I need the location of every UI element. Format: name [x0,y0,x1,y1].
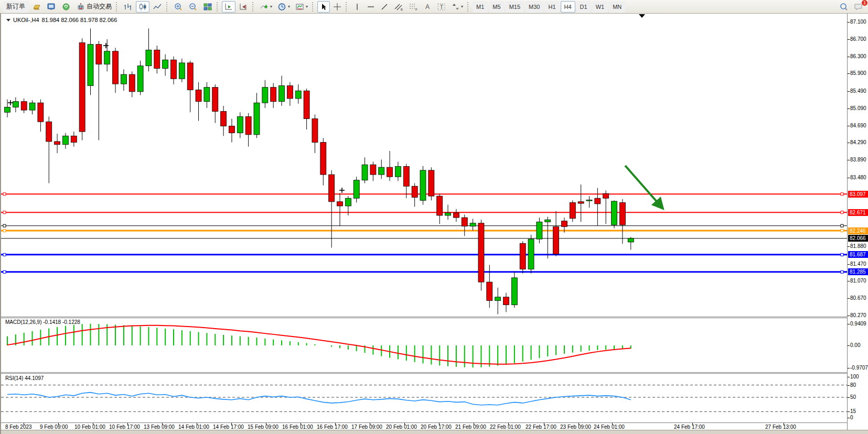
bar-chart-button[interactable] [121,1,135,13]
cross-marker[interactable] [8,100,13,105]
cross-marker[interactable] [339,188,345,193]
price-axis[interactable]: 87.10086.70086.30085.90085.49085.09084.6… [847,14,868,430]
price-tick: 80.270 [850,312,866,318]
channel-button[interactable]: E [392,1,405,13]
new-order-button[interactable]: 新订单 [3,1,29,13]
candle [5,100,10,117]
timeframe-w1[interactable]: W1 [592,1,608,13]
svg-text:A: A [425,3,430,10]
trendline-button[interactable] [378,1,391,13]
svg-text:E: E [401,8,403,11]
zoom-in-button[interactable] [172,1,185,13]
tile-windows-button[interactable] [201,1,215,13]
candle [113,48,119,93]
timeframe-m1[interactable]: M1 [473,1,488,13]
candle [537,218,542,243]
price-chart-canvas[interactable] [1,14,847,317]
chart-shift-button[interactable] [237,1,250,13]
toolbar-grip[interactable] [252,2,255,12]
candle [287,82,293,106]
auto-trading-button[interactable]: 自动交易 [74,1,114,13]
price-tick: 86.300 [850,53,866,59]
candle [221,106,227,136]
time-label: 10 Feb 01:00 [74,424,105,430]
candle [528,235,534,274]
gold-ingot-button[interactable] [30,1,44,13]
time-label: 17 Feb 09:00 [351,424,382,430]
price-tick: 87.100 [850,19,866,25]
candle [353,177,359,202]
time-label: 20 Feb 01:00 [386,424,417,430]
candlestick-chart-button[interactable] [136,1,149,13]
time-label: 27 Feb 13:00 [765,424,796,430]
timeframe-mn[interactable]: MN [609,1,625,13]
indicators-button[interactable]: ▾ [258,1,274,13]
rsi-chart-canvas[interactable] [1,374,847,422]
trendline-icon [380,3,389,11]
vertical-line-button[interactable] [351,1,363,13]
rsi-tick: 80 [850,382,856,388]
time-axis[interactable]: 8 Feb 20239 Feb 09:0010 Feb 01:0010 Feb … [1,422,847,430]
vertical-line-icon [353,3,361,11]
cross-marker[interactable] [103,43,109,48]
notifications-button[interactable]: 1 [852,1,865,13]
line-chart-button[interactable] [151,1,164,13]
macd-tick: 0.9409 [850,321,866,327]
chart-window: UKOil-,H4 81.984 82.066 81.978 82.066 MA… [0,14,868,434]
toolbar-grip[interactable] [346,2,349,12]
toolbar-grip[interactable] [116,2,119,12]
zoom-out-button[interactable] [186,1,200,13]
search-button[interactable] [837,1,851,13]
candle [619,199,625,244]
zoom-in-icon [174,3,183,11]
candle [104,39,110,72]
candle [88,28,93,95]
timeframe-m15[interactable]: M15 [506,1,524,13]
crosshair-icon [333,3,341,11]
axis-tick [848,73,850,74]
toolbar-grip[interactable] [217,2,220,12]
signal-button[interactable] [59,1,73,13]
hline-82.246[interactable] [1,230,847,232]
candle [163,55,168,76]
arrows-button[interactable]: ▾ [449,1,465,13]
text-label-button[interactable]: T [435,1,448,13]
metaeditor-button[interactable] [45,1,58,13]
toolbar-grip[interactable] [312,2,315,12]
cursor-button[interactable] [317,1,330,13]
price-level-tag: 83.097 [848,191,868,198]
zoom-out-icon [188,3,198,11]
templates-button[interactable]: ▾ [293,1,310,13]
svg-text:F: F [415,8,417,11]
toolbar-grip[interactable] [467,2,470,12]
toolbar-grip[interactable] [166,2,169,12]
candle [295,84,301,104]
candle [179,59,185,82]
timeframe-m5[interactable]: M5 [489,1,504,13]
candle [254,93,260,138]
periods-button[interactable]: ▾ [275,1,292,13]
auto-scroll-button[interactable] [222,1,235,13]
horizontal-line-button[interactable] [365,1,377,13]
timeframe-m30[interactable]: M30 [525,1,543,13]
hline-81.687[interactable] [1,253,847,256]
timeframe-h4[interactable]: H4 [561,1,575,13]
axis-tick [848,264,850,265]
time-label: 24 Feb 01:00 [594,424,625,430]
cursor-icon [319,3,328,11]
timeframe-d1[interactable]: D1 [576,1,591,13]
macd-chart-canvas[interactable] [1,318,847,372]
text-button[interactable]: A [421,1,434,13]
crosshair-button[interactable] [331,1,344,13]
chevron-down-icon: ▾ [270,4,272,9]
axis-tick [848,385,850,386]
axis-tick [848,298,850,299]
hline-81.285[interactable] [1,270,847,273]
drawn-arrow[interactable] [625,166,663,209]
timeframe-h1[interactable]: H1 [544,1,559,13]
time-label: 10 Feb 17:00 [109,424,140,430]
hline-82.360[interactable] [1,224,847,227]
price-tick: 85.090 [850,105,866,111]
fibonacci-button[interactable]: F [406,1,420,13]
hline-82.671[interactable] [1,211,847,214]
